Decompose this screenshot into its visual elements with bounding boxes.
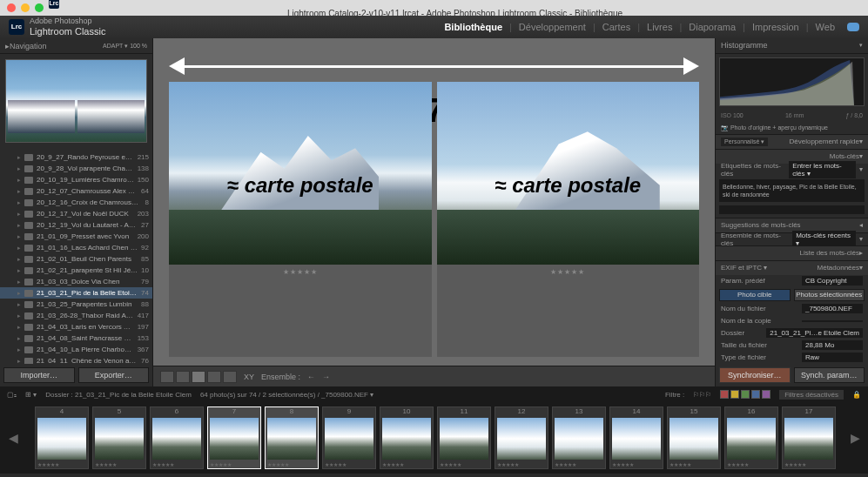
folder-icon — [24, 199, 33, 206]
filmstrip-cell[interactable]: 5★★★★★ — [92, 406, 146, 469]
import-button[interactable]: Importer… — [3, 367, 75, 383]
filmstrip-cell[interactable]: 7★★★★★ — [207, 406, 261, 469]
filmstrip-cell[interactable]: 16★★★★★ — [724, 406, 778, 469]
folder-icon — [24, 222, 33, 229]
filmstrip-toolbar: ▢₂ ⊞ ▾ Dossier : 21_03_21_Pic de la Bell… — [0, 386, 868, 402]
compare-view-icon[interactable] — [192, 371, 205, 383]
module-cartes[interactable]: Cartes — [595, 22, 637, 32]
filmstrip-cell[interactable]: 13★★★★★ — [552, 406, 606, 469]
module-web[interactable]: Web — [809, 22, 842, 32]
folder-row[interactable]: ▸21_02_01_Beuil Chen Parents85 — [0, 253, 152, 265]
minimize-window-button[interactable] — [21, 3, 30, 12]
prev-icon[interactable]: ← — [307, 373, 315, 381]
brand: Lrc Adobe Photoshop Lightroom Classic — [9, 17, 105, 37]
brand-line1: Adobe Photoshop — [30, 17, 105, 26]
filmstrip: ◀ 4★★★★★5★★★★★6★★★★★7★★★★★8★★★★★9★★★★★10… — [0, 402, 868, 474]
folder-row[interactable]: ▸21_04_11_Chêne de Venon avec…76 — [0, 355, 152, 364]
folder-icon — [24, 154, 33, 161]
zoom-window-button[interactable] — [35, 3, 44, 12]
filmstrip-cell[interactable]: 4★★★★★ — [35, 406, 89, 469]
folder-row[interactable]: ▸20_9_28_Vol parapente Cham…138 — [0, 163, 152, 174]
folder-row[interactable]: ▸21_01_16_Lacs Achard Chen Clé…92 — [0, 242, 152, 253]
module-impression[interactable]: Impression — [745, 22, 806, 32]
filmstrip-cell[interactable]: 12★★★★★ — [495, 406, 548, 469]
window-title: Lrc Lightroom Catalog-2-v10-v11.lrcat - … — [49, 0, 861, 18]
photo-right-cell[interactable]: ≈ carte postale ★★★★★ — [437, 82, 700, 357]
color-red[interactable] — [720, 390, 729, 399]
keywords-entry[interactable] — [719, 205, 865, 214]
grid-hint-icon[interactable]: ⊞ ▾ — [25, 391, 37, 399]
survey-view-icon[interactable] — [207, 371, 221, 383]
kw-list-header[interactable]: Liste des mots-clés ▸ — [716, 246, 868, 260]
folder-row[interactable]: ▸20_12_17_Vol de Noël DUCK203 — [0, 208, 152, 219]
filmstrip-cell[interactable]: 10★★★★★ — [380, 406, 434, 469]
histogram[interactable] — [719, 57, 865, 106]
people-view-icon[interactable] — [223, 371, 237, 383]
quickdev-header[interactable]: Personnalisé ▾Développement rapide ▾ — [716, 135, 868, 149]
folder-row[interactable]: ▸21_03_26-28_Thabor Raid Ame…417 — [0, 310, 152, 321]
next-icon[interactable]: → — [322, 373, 330, 381]
rating-left[interactable]: ★★★★★ — [283, 268, 318, 276]
filmstrip-cell[interactable]: 11★★★★★ — [437, 406, 491, 469]
folder-icon — [24, 290, 33, 297]
photo-left[interactable]: ≈ carte postale — [169, 82, 432, 265]
module-developpement[interactable]: Développement — [512, 22, 593, 32]
sync-button[interactable]: Synchroniser… — [719, 367, 791, 383]
folder-row[interactable]: ▸21_03_03_Dolce Via Chen79 — [0, 276, 152, 287]
folder-row[interactable]: ▸20_9_27_Rando Peyrouse et S…215 — [0, 151, 152, 163]
navigator-thumbnail[interactable] — [5, 59, 147, 143]
folder-row[interactable]: ▸21_01_09_Presset avec Yvon200 — [0, 231, 152, 242]
flag-filter-icon[interactable]: ⚐⚐⚐ — [693, 391, 711, 399]
metadata-header[interactable]: EXIF et IPTC ▾Métadonnées ▾ — [716, 261, 868, 275]
folder-row[interactable]: ▸20_12_07_Chamrousse Alex P…64 — [0, 185, 152, 197]
folder-icon — [24, 256, 33, 263]
keywords-field[interactable]: Belledonne, hiver, paysage, Pic de la Be… — [719, 179, 865, 202]
filters-off-label[interactable]: Filtres désactivés — [779, 390, 844, 400]
folder-icon — [24, 245, 33, 252]
color-purple[interactable] — [762, 390, 770, 399]
selected-photos-tab[interactable]: Photos sélectionnées — [794, 289, 865, 301]
folder-row[interactable]: ▸20_12_16_Croix de Chamrousse…8 — [0, 197, 152, 208]
folder-icon — [24, 267, 33, 274]
module-diaporama[interactable]: Diaporama — [682, 22, 743, 32]
navigator-header[interactable]: ▸ Navigation ADAPT ▾ 100 % — [0, 38, 152, 54]
target-photo-tab[interactable]: Photo cible — [719, 289, 791, 301]
photo-right[interactable]: ≈ carte postale — [437, 82, 700, 265]
folder-row[interactable]: ▸21_04_10_La Pierre Charbonni…367 — [0, 344, 152, 355]
export-button[interactable]: Exporter… — [78, 367, 150, 383]
photo-left-cell[interactable]: ≈ carte postale ★★★★★ — [169, 82, 432, 357]
breadcrumb-path[interactable]: Dossier : 21_03_21_Pic de la Belle Etoil… — [45, 391, 192, 399]
histogram-header[interactable]: Histogramme ▾ — [716, 38, 868, 54]
folder-icon — [24, 335, 33, 342]
module-bibliotheque[interactable]: Bibliothèque — [437, 22, 509, 32]
folder-row[interactable]: ▸20_10_19_Lumières Chamrouss…150 — [0, 174, 152, 185]
folder-row[interactable]: ▸21_04_08_Saint Pancrasse grim…153 — [0, 333, 152, 344]
loupe-view-icon[interactable] — [176, 371, 190, 383]
folder-row[interactable]: ▸21_03_25_Parapentes Lumbin88 — [0, 299, 152, 310]
color-yellow[interactable] — [730, 390, 739, 399]
folder-list: ▸20_9_27_Rando Peyrouse et S…215▸20_9_28… — [0, 151, 152, 364]
filmstrip-cell[interactable]: 9★★★★★ — [322, 406, 376, 469]
filmstrip-cell[interactable]: 6★★★★★ — [150, 406, 204, 469]
module-livres[interactable]: Livres — [640, 22, 679, 32]
close-window-button[interactable] — [7, 3, 16, 12]
color-green[interactable] — [741, 390, 750, 399]
grid-view-icon[interactable] — [160, 371, 174, 383]
dimension-arrow — [169, 54, 699, 78]
color-blue[interactable] — [751, 390, 760, 399]
filter-lock-icon[interactable]: 🔒 — [852, 391, 861, 399]
folder-row[interactable]: ▸20_12_19_Vol du Lautaret - Avel…27 — [0, 219, 152, 231]
cloud-sync-icon[interactable] — [847, 23, 859, 31]
rating-right[interactable]: ★★★★★ — [550, 268, 585, 276]
filmstrip-cell[interactable]: 17★★★★★ — [782, 406, 836, 469]
filmstrip-cell[interactable]: 8★★★★★ — [265, 406, 319, 469]
filmstrip-next[interactable]: ▶ — [842, 402, 868, 474]
sync-settings-button[interactable]: Synch. param… — [794, 367, 865, 383]
filmstrip-cell[interactable]: 15★★★★★ — [667, 406, 721, 469]
filmstrip-cell[interactable]: 14★★★★★ — [609, 406, 663, 469]
folder-row[interactable]: ▸21_04_03_Laris en Vercors Aigle197 — [0, 321, 152, 333]
folder-row[interactable]: ▸21_03_21_Pic de la Belle Etoil…74 — [0, 287, 152, 299]
secondary-monitor-icon[interactable]: ▢₂ — [7, 391, 17, 399]
filmstrip-prev[interactable]: ◀ — [0, 402, 26, 474]
folder-row[interactable]: ▸21_02_21_parapente St Hil Jéro…10 — [0, 265, 152, 276]
